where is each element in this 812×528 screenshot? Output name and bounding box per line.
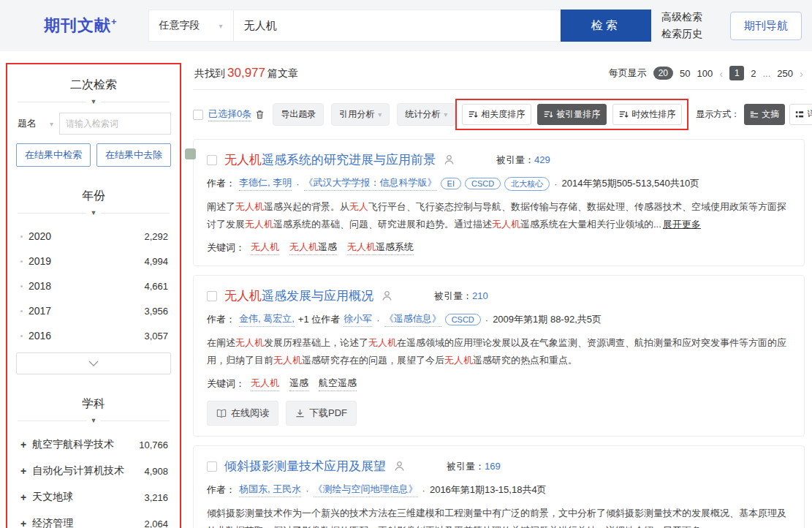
plus-icon[interactable]: + [20,466,26,476]
cited-label: 被引量： [434,290,472,301]
author-profile-icon[interactable] [381,290,393,302]
journal-link[interactable]: 《测绘与空间地理信息》 [314,483,418,497]
search-button[interactable]: 检索 [561,10,651,42]
author-link[interactable]: 徐小军 [344,312,372,327]
keyword-link[interactable]: 无人机 [251,377,279,391]
next-page-icon[interactable]: › [800,67,803,80]
year-expand-button[interactable] [16,352,171,374]
expand-more-link[interactable]: 展开更多 [663,219,701,230]
secondary-search-title: 二次检索 [16,73,171,99]
sort-cited-button[interactable]: 被引量排序 [537,104,607,125]
download-pdf-button[interactable]: 下载PDF [286,401,357,426]
export-records-button[interactable]: 导出题录 [273,103,324,126]
facet-row-year-2017[interactable]: 2017 3,956 [16,298,171,323]
found-prefix: 共找到 [194,67,225,79]
per-page-50[interactable]: 50 [680,68,690,79]
article-abstract: 在阐述无人机发展历程基础上，论述了无人机在遥感领域的应用理论发展以及在气象监测、… [207,334,789,369]
select-all-checkbox[interactable] [193,110,203,120]
secondary-search-input[interactable] [59,113,171,135]
search-history-link[interactable]: 检索历史 [661,26,702,42]
cited-number[interactable]: 429 [534,154,550,165]
title-text: 倾斜摄影测量技术应用及展望 [224,459,386,473]
facet-row-subject-economics[interactable]: +经济管理 2,064 [16,510,171,528]
bullet-icon [20,285,23,287]
author-link[interactable]: 金伟, 葛宏立, [239,312,295,327]
statistics-analysis-button[interactable]: 统计分析▾ [397,103,455,126]
keywords-label: 关键词： [207,241,245,254]
expand-more-link[interactable]: 展开更多 [663,525,701,528]
author-profile-icon[interactable] [393,460,406,472]
article-checkbox[interactable] [207,291,217,301]
citation-analysis-button[interactable]: 引用分析▾ [331,103,390,126]
search-field-dropdown[interactable]: 任意字段 ▾ [149,10,234,41]
journal-link[interactable]: 《遥感信息》 [384,312,441,327]
facet-row-year-2018[interactable]: 2018 4,661 [16,274,171,298]
abstract-highlight: 无人机 [235,201,264,212]
more-authors-note[interactable]: +1 位作者 [298,313,340,326]
badge-ei[interactable]: EI [441,178,461,189]
badge-cscd[interactable]: CSCD [445,314,481,325]
cited-number[interactable]: 169 [485,461,501,472]
article-checkbox[interactable] [207,461,217,472]
author-link[interactable]: 李德仁, 李明 [239,176,292,191]
author-link[interactable]: 杨国东, 王民水 [239,483,301,497]
publication-info: 2014年第5期505-513,540共10页 [562,177,700,190]
cited-number[interactable]: 210 [472,290,488,301]
logo-plus-icon: + [111,16,118,27]
keywords-row: 关键词： 无人机 遥感 航空遥感 [207,377,789,391]
article-title-link[interactable]: 无人机遥感发展与应用概况 [224,287,373,304]
author-profile-icon[interactable] [443,154,455,166]
selected-count-link[interactable]: 已选择0条 [208,108,251,121]
keyword-link[interactable]: 无人机遥感 [289,241,337,255]
sort-relevance-button[interactable]: 相关度排序 [462,104,531,125]
facet-row-subject-aerospace[interactable]: +航空宇航科学技术 10,766 [16,431,171,458]
facet-label: 2018 [29,280,51,292]
article-checkbox[interactable] [207,155,217,165]
article-title-link[interactable]: 倾斜摄影测量技术应用及展望 [224,458,386,475]
abstract-text: 遥感系统在大量相关行业领域的... [520,219,661,230]
badge-pku-core[interactable]: 北大核心 [504,177,550,191]
journal-link[interactable]: 《武汉大学学报：信息科学版》 [304,176,437,191]
journal-nav-button[interactable]: 期刊导航 [730,12,802,40]
separator-dot: · [553,178,558,189]
page-250[interactable]: 250 [777,68,793,79]
keyword-link[interactable]: 无人机遥感系统 [347,241,414,255]
advanced-search-link[interactable]: 高级检索 [661,9,702,26]
secondary-field-dropdown[interactable]: 题名 ▾ [16,117,59,130]
facet-row-subject-automation[interactable]: +自动化与计算机技术 4,908 [16,458,171,484]
read-online-button[interactable]: 在线阅读 [207,401,278,426]
badge-cscd[interactable]: CSCD [465,178,501,189]
results-area: 共找到30,977篇文章 每页显示 20 50 100 ‹ 1 2 ... 25… [181,63,805,528]
remove-from-results-button[interactable]: 在结果中去除 [96,143,171,167]
keyword-link[interactable]: 遥感 [289,377,308,391]
separator-dot: · [295,178,300,189]
keyword-highlight: 无人机 [251,377,279,388]
facet-row-subject-astronomy[interactable]: +天文地球 3,216 [16,484,171,510]
page-1[interactable]: 1 [729,66,744,80]
search-in-results-button[interactable]: 在结果中检索 [16,143,91,167]
abstract-text: 遥感研究的热点和重点。 [473,355,577,366]
facet-row-year-2019[interactable]: 2019 4,994 [16,249,171,274]
plus-icon[interactable]: + [20,440,26,450]
search-input[interactable] [234,10,560,41]
page-2[interactable]: 2 [751,68,756,79]
trash-icon[interactable] [254,109,265,120]
keyword-link[interactable]: 航空遥感 [319,377,357,391]
facet-row-year-2016[interactable]: 2016 3,057 [16,323,171,348]
per-page-20[interactable]: 20 [653,67,673,80]
cited-label: 被引量： [496,154,534,165]
bullet-icon [20,235,23,238]
display-abstract-button[interactable]: 文摘 [744,104,785,125]
separator-dot: · [485,314,489,325]
article-title-link[interactable]: 无人机遥感系统的研究进展与应用前景 [224,151,436,168]
authors-label: 作者： [207,313,235,326]
plus-icon[interactable]: + [20,492,26,502]
facet-row-year-2020[interactable]: 2020 2,292 [16,224,171,249]
display-detail-button[interactable]: 详细 [789,104,812,125]
per-page-100[interactable]: 100 [697,68,713,79]
sort-recency-button[interactable]: 时效性排序 [612,104,682,125]
site-logo[interactable]: 期刊文献+ [44,15,118,37]
plus-icon[interactable]: + [20,518,26,528]
prev-page-icon[interactable]: ‹ [719,67,723,80]
keyword-link[interactable]: 无人机 [251,241,279,255]
